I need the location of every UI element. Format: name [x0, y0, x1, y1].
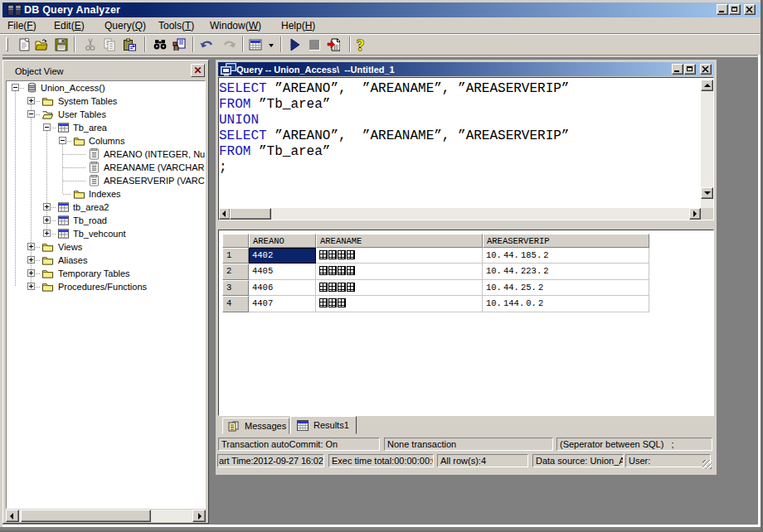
svg-text:?: ? — [357, 38, 365, 51]
